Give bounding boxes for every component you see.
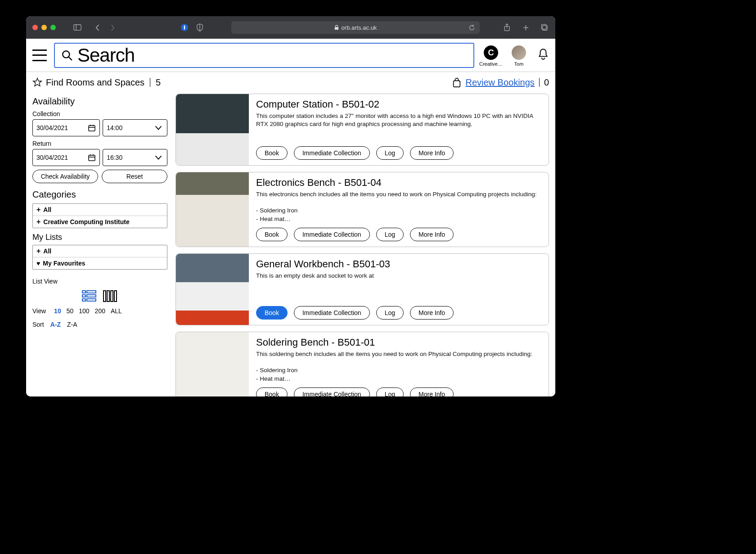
close-window-button[interactable] — [32, 25, 38, 30]
result-thumbnail — [176, 94, 249, 165]
reset-button[interactable]: Reset — [102, 170, 167, 183]
svg-point-11 — [63, 51, 69, 58]
reload-icon[interactable] — [468, 24, 475, 31]
result-title[interactable]: Soldering Bench - B501-01 — [256, 337, 541, 348]
search-field-wrap[interactable] — [54, 43, 474, 68]
collection-date-field[interactable]: 30/04/2021 — [32, 119, 100, 136]
result-title[interactable]: Computer Station - B501-02 — [256, 99, 541, 110]
more-info-button[interactable]: More Info — [410, 387, 454, 396]
more-info-button[interactable]: More Info — [410, 146, 454, 160]
search-icon — [61, 50, 73, 61]
svg-rect-27 — [82, 299, 86, 301]
more-info-button[interactable]: More Info — [410, 228, 454, 241]
user-menu[interactable]: Tom — [509, 45, 528, 67]
listview-heading: List View — [32, 278, 167, 285]
immediate-collection-button[interactable]: Immediate Collection — [294, 387, 370, 396]
mylists-box: +All ♥My Favourites — [32, 245, 167, 270]
result-thumbnail — [176, 332, 249, 396]
collection-time-field[interactable]: 14:00 — [103, 119, 167, 136]
url-bar[interactable]: orb.arts.ac.uk — [231, 21, 480, 34]
search-input[interactable] — [77, 45, 467, 66]
star-icon[interactable] — [32, 77, 42, 87]
maximize-window-button[interactable] — [50, 25, 56, 30]
category-item-cci[interactable]: +Creative Computing Institute — [33, 216, 167, 228]
svg-rect-19 — [89, 155, 95, 161]
org-switcher[interactable]: C Creative … — [482, 45, 500, 67]
immediate-collection-button[interactable]: Immediate Collection — [294, 146, 370, 160]
svg-rect-31 — [111, 291, 113, 302]
review-bookings-link[interactable]: Review Bookings — [465, 77, 534, 88]
return-date-field[interactable]: 30/04/2021 — [32, 149, 100, 166]
mylist-item-favourites[interactable]: ♥My Favourites — [33, 257, 167, 269]
privacy-report-icon[interactable] — [195, 23, 204, 32]
bookings-count: 0 — [544, 77, 549, 88]
view-option[interactable]: ALL — [111, 307, 122, 315]
back-button[interactable] — [93, 23, 102, 32]
svg-rect-30 — [107, 291, 109, 302]
collection-date-value: 30/04/2021 — [36, 124, 68, 131]
categories-heading: Categories — [32, 189, 167, 200]
check-availability-button[interactable]: Check Availability — [32, 170, 98, 183]
grid-view-icon[interactable] — [103, 289, 117, 303]
result-description: This is an empty desk and socket to work… — [256, 272, 541, 280]
result-count: 5 — [156, 77, 161, 88]
onepassword-extension-icon[interactable] — [180, 23, 189, 32]
return-date-value: 30/04/2021 — [36, 154, 68, 161]
svg-rect-26 — [87, 295, 96, 297]
view-option[interactable]: 200 — [95, 307, 105, 315]
result-card: Soldering Bench - B501-01This soldering … — [176, 332, 549, 396]
view-option[interactable]: 50 — [67, 307, 74, 315]
user-avatar — [512, 45, 526, 60]
svg-rect-3 — [184, 26, 185, 30]
log-button[interactable]: Log — [376, 306, 404, 320]
expand-icon: + — [36, 206, 40, 213]
minimize-window-button[interactable] — [41, 25, 47, 30]
sort-option[interactable]: Z-A — [67, 321, 77, 328]
sidebar-toggle-icon[interactable] — [73, 23, 82, 32]
result-title[interactable]: General Workbench - B501-03 — [256, 258, 541, 270]
forward-button[interactable] — [108, 23, 117, 32]
svg-rect-24 — [87, 291, 96, 293]
result-title[interactable]: Electronics Bench - B501-04 — [256, 177, 541, 189]
heart-icon: ♥ — [36, 260, 40, 267]
book-button[interactable]: Book — [256, 146, 288, 160]
sort-label: Sort — [32, 321, 44, 328]
chevron-down-icon — [153, 123, 163, 133]
window-controls — [32, 25, 56, 30]
svg-rect-23 — [82, 291, 86, 293]
svg-rect-14 — [454, 81, 460, 87]
immediate-collection-button[interactable]: Immediate Collection — [294, 306, 370, 320]
share-icon[interactable] — [502, 23, 511, 32]
mylists-heading: My Lists — [32, 233, 167, 242]
view-option[interactable]: 10 — [54, 307, 61, 315]
page-title: Find Rooms and Spaces — [46, 77, 144, 88]
immediate-collection-button[interactable]: Immediate Collection — [294, 228, 370, 241]
category-item-all[interactable]: +All — [33, 204, 167, 216]
menu-button[interactable] — [32, 50, 47, 61]
return-time-field[interactable]: 16:30 — [103, 149, 167, 166]
sort-option[interactable]: A-Z — [50, 321, 61, 328]
log-button[interactable]: Log — [376, 146, 404, 160]
svg-rect-15 — [89, 126, 95, 131]
book-button[interactable]: Book — [256, 228, 288, 241]
result-card: Computer Station - B501-02This computer … — [176, 94, 549, 166]
book-button[interactable]: Book — [256, 306, 288, 320]
user-name: Tom — [514, 61, 524, 67]
new-tab-icon[interactable] — [521, 23, 530, 32]
book-button[interactable]: Book — [256, 387, 288, 396]
list-view-icon[interactable] — [82, 289, 96, 303]
result-description: This computer station includes a 27" mon… — [256, 112, 541, 128]
log-button[interactable]: Log — [376, 228, 404, 241]
result-description: This soldering bench includes all the it… — [256, 350, 541, 383]
tab-overview-icon[interactable] — [540, 23, 549, 32]
log-button[interactable]: Log — [376, 387, 404, 396]
notifications-button[interactable] — [537, 45, 549, 63]
chevron-down-icon — [153, 153, 163, 162]
url-text: orb.arts.ac.uk — [342, 24, 377, 31]
svg-rect-28 — [87, 299, 96, 301]
result-thumbnail — [176, 172, 249, 247]
view-option[interactable]: 100 — [79, 307, 89, 315]
results-list: Computer Station - B501-02This computer … — [176, 94, 549, 396]
mylist-item-all[interactable]: +All — [33, 245, 167, 257]
more-info-button[interactable]: More Info — [410, 306, 454, 320]
